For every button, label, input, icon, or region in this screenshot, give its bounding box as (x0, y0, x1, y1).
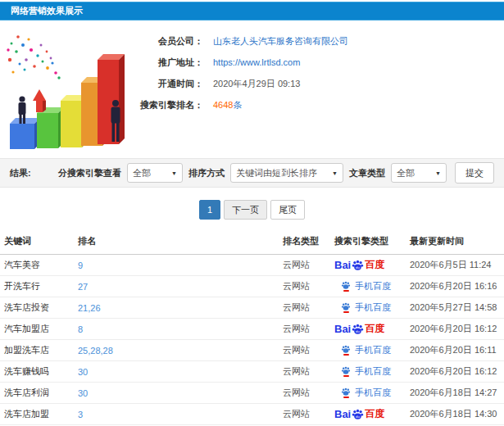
company-label: 会员公司： (131, 35, 203, 48)
keyword-cell: 洗车店利润 (4, 387, 78, 399)
filter-bar: 结果: 分搜索引擎查看 全部 ▼ 排序方式 关键词由短到长排序 ▼ 文章类型 全… (0, 158, 504, 188)
info-row-url: 推广地址： https://www.lrtlsd.com (131, 52, 504, 73)
mobile-baidu-red-bar (343, 397, 349, 398)
table-header: 关键词 排名 排名类型 搜索引擎类型 最新更新时间 (0, 229, 504, 255)
engine-cell: du 手机百度 (334, 365, 410, 378)
updated-cell: 2020年6月18日 14:30 (410, 408, 504, 420)
info-section: 会员公司： 山东老人头汽车服务咨询有限公司 推广地址： https://www.… (0, 20, 504, 154)
keyword-cell: 洗车店加盟 (4, 408, 78, 420)
info-list: 会员公司： 山东老人头汽车服务咨询有限公司 推广地址： https://www.… (131, 27, 504, 154)
info-row-company: 会员公司： 山东老人头汽车服务咨询有限公司 (131, 30, 504, 52)
table-body: 汽车美容 9 云网站 Bai du 百度 (0, 255, 504, 425)
baidu-paw-icon: du (352, 260, 364, 270)
next-page-button[interactable]: 下一页 (224, 200, 267, 220)
rank-type-cell: 云网站 (283, 301, 334, 314)
mobile-baidu-red-bar (343, 354, 349, 356)
baidu-logo: Bai du 百度 (334, 407, 384, 421)
mobile-baidu-label: 手机百度 (355, 344, 391, 356)
mobile-baidu-label: 手机百度 (355, 280, 391, 292)
col-keyword: 关键词 (4, 235, 78, 247)
col-rank-type: 排名类型 (283, 235, 334, 247)
mobile-baidu-badge: 手机百度 (341, 301, 391, 314)
table-row: 汽车美容 9 云网站 Bai du 百度 (0, 255, 504, 276)
table-row: 洗车赚钱吗 30 云网站 du (0, 361, 504, 383)
engine-filter-select[interactable]: 全部 ▼ (127, 163, 183, 183)
updated-cell: 2020年6月20日 16:12 (410, 323, 504, 335)
mobile-baidu-red-bar (343, 290, 349, 292)
rank-type-cell: 云网站 (283, 365, 334, 378)
submit-button[interactable]: 提交 (455, 162, 494, 184)
baidu-paw-icon: du (352, 324, 364, 334)
rank-link[interactable]: 27 (78, 282, 283, 292)
article-type-label: 文章类型 (349, 167, 385, 179)
rank-type-cell: 云网站 (283, 259, 334, 271)
promo-url-link[interactable]: https://www.lrtlsd.com (213, 57, 300, 67)
keyword-cell: 加盟洗车店 (4, 344, 78, 356)
sort-label: 排序方式 (188, 167, 225, 179)
mobile-baidu-paw-icon (341, 281, 351, 292)
engine-filter-label: 分搜索引擎查看 (58, 167, 121, 179)
rank-link[interactable]: 30 (78, 367, 283, 377)
engine-cell: Bai du 百度 (334, 258, 410, 272)
col-rank: 排名 (78, 235, 283, 247)
rank-link[interactable]: 3 (78, 410, 283, 419)
dropdown-arrow-icon: ▼ (435, 170, 441, 176)
table-row: 汽车加盟店 8 云网站 Bai du 百度 (0, 319, 504, 340)
open-time-label: 开通时间： (131, 78, 203, 90)
engine-cell: Bai du 百度 (334, 322, 410, 336)
mobile-baidu-paw-icon (341, 366, 351, 377)
article-type-select[interactable]: 全部 ▼ (391, 163, 447, 183)
mobile-baidu-badge: 手机百度 (341, 280, 391, 292)
keyword-cell: 开洗车行 (4, 280, 78, 292)
info-row-open-time: 开通时间： 2020年4月29日 09:13 (131, 73, 504, 94)
sort-select[interactable]: 关键词由短到长排序 ▼ (230, 163, 343, 183)
mobile-baidu-label: 手机百度 (355, 387, 391, 399)
updated-cell: 2020年6月5日 11:24 (410, 259, 504, 271)
rank-link[interactable]: 8 (78, 324, 283, 334)
info-row-rank: 搜索引擎排名： 4648条 (131, 94, 504, 116)
sort-value: 关键词由短到长排序 (236, 167, 317, 179)
mobile-baidu-paw-icon (341, 302, 351, 313)
result-label: 结果: (10, 167, 31, 179)
table-row: 开洗车行 27 云网站 du (0, 276, 504, 297)
keyword-cell: 汽车美容 (4, 259, 78, 271)
company-link[interactable]: 山东老人头汽车服务咨询有限公司 (213, 35, 348, 48)
engine-cell: du 手机百度 (334, 387, 410, 399)
col-updated: 最新更新时间 (410, 235, 504, 247)
results-table: 关键词 排名 排名类型 搜索引擎类型 最新更新时间 汽车美容 9 云网站 Bai… (0, 229, 504, 425)
rank-link[interactable]: 25,28,28 (78, 346, 283, 356)
mobile-baidu-label: 手机百度 (355, 301, 391, 314)
engine-cell: Bai du 百度 (334, 407, 410, 421)
mobile-baidu-red-bar (343, 311, 349, 313)
last-page-button[interactable]: 尾页 (270, 200, 305, 220)
mobile-baidu-badge: 手机百度 (341, 344, 391, 356)
mobile-baidu-red-bar (343, 375, 349, 377)
keyword-cell: 洗车店投资 (4, 301, 78, 314)
baidu-paw-icon: du (352, 409, 364, 419)
rank-link[interactable]: 30 (78, 388, 283, 398)
bar-chart-illustration (2, 27, 131, 152)
engine-rank-value: 4648条 (213, 99, 242, 111)
updated-cell: 2020年6月20日 16:12 (410, 365, 504, 378)
col-engine-type: 搜索引擎类型 (334, 235, 410, 247)
rank-link[interactable]: 9 (78, 261, 283, 270)
mobile-baidu-paw-icon (341, 345, 351, 356)
page-1-button[interactable]: 1 (199, 200, 220, 220)
rank-type-cell: 云网站 (283, 387, 334, 399)
rank-count: 4648 (213, 100, 233, 110)
engine-cell: du 手机百度 (334, 280, 410, 292)
table-row: 洗车店利润 30 云网站 du (0, 383, 504, 404)
rank-type-cell: 云网站 (283, 280, 334, 292)
page-title: 网络营销效果展示 (11, 5, 83, 17)
engine-cell: du 手机百度 (334, 301, 410, 314)
pagination: 1 下一页 尾页 (0, 200, 504, 220)
rank-type-cell: 云网站 (283, 323, 334, 335)
mobile-baidu-paw-icon (341, 387, 351, 398)
filter-controls: 分搜索引擎查看 全部 ▼ 排序方式 关键词由短到长排序 ▼ 文章类型 全部 ▼ … (58, 162, 494, 184)
table-row: 洗车店加盟 3 云网站 Bai du 百度 (0, 404, 504, 425)
rank-link[interactable]: 21,26 (78, 303, 283, 313)
baidu-logo: Bai du 百度 (334, 322, 384, 336)
table-row: 加盟洗车店 25,28,28 云网站 du (0, 340, 504, 361)
updated-cell: 2020年6月20日 16:16 (410, 280, 504, 292)
table-row: 洗车店投资 21,26 云网站 du (0, 297, 504, 319)
